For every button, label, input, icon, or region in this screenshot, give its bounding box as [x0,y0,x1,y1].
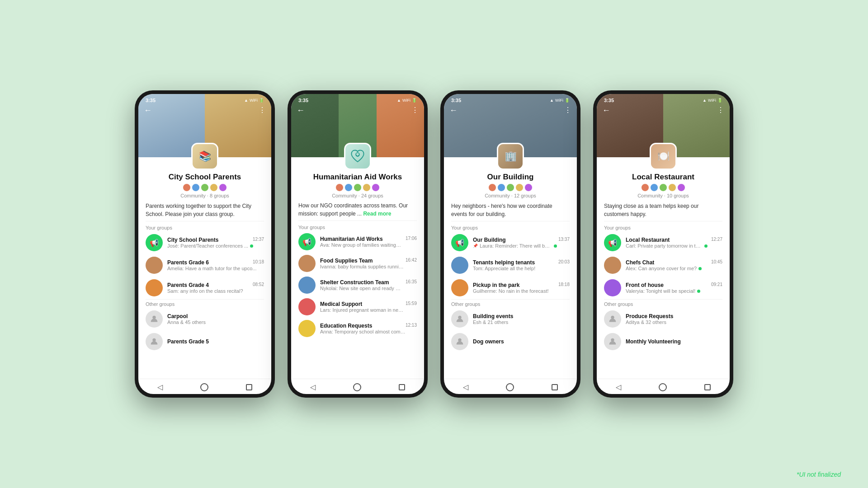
your-groups-label-restaurant: Your groups [597,223,730,231]
back-btn-restaurant[interactable]: ← [602,106,610,115]
back-btn-ngo[interactable]: ← [297,106,305,115]
chat-item[interactable]: Pickup in the park18:18 Guilherme: No ra… [444,277,577,299]
phone-inner-ngo: 3:35 ▲WiFi🔋 ← ⋮ Humanita [291,94,424,394]
chat-item[interactable]: Tenants helping tenants20:03 Tom: Apprec… [444,254,577,277]
chat-item[interactable]: 📢 Our Building13:37 📌 Laura: Reminder: T… [444,231,577,254]
chat-item[interactable]: Education Requests12:13 Anna: Temporary … [291,318,424,339]
other-groups-label-building: Other groups [444,300,577,308]
nav-home-building[interactable] [506,383,514,391]
your-groups-label-school: Your groups [138,223,271,231]
more-btn-restaurant[interactable]: ⋮ [717,106,724,114]
group-title-building: Our Building [444,173,577,182]
nav-back-restaurant[interactable]: ◁ [616,383,621,391]
phone-building: 3:35 ▲WiFi🔋 ← ⋮ 🏢 Our Building [440,90,580,398]
community-label-building: Community · 12 groups [444,193,577,198]
other-group-item[interactable]: Produce RequestsAditya & 32 others [597,308,730,330]
description-building: Hey neighbors - here's how we coordinate… [444,201,577,221]
svg-point-4 [458,338,461,342]
svg-point-6 [611,338,614,342]
chat-item[interactable]: Shelter Construction Team16:35 Nykolai: … [291,274,424,296]
other-group-item[interactable]: Monthly Volunteering [597,330,730,353]
svg-point-3 [458,316,461,319]
page-background: 3:35 ▲ WiFi 🔋 ← ⋮ 📚 City School Parents [0,0,868,488]
other-group-item[interactable]: Dog owners [444,330,577,353]
description-ngo: How our NGO coordinates across teams. Ou… [291,201,424,221]
more-btn-building[interactable]: ⋮ [564,106,571,114]
nav-home-ngo[interactable] [353,383,361,391]
back-btn-school[interactable]: ← [144,106,152,115]
community-label-restaurant: Community · 10 groups [597,193,730,198]
status-time-school: 3:35 [146,98,156,103]
nav-apps-school[interactable] [246,384,252,390]
chat-item[interactable]: Food Supplies Team16:42 Ivanna: baby for… [291,253,424,274]
your-groups-label-ngo: Your groups [291,223,424,231]
status-time-building: 3:35 [451,98,461,103]
status-time-restaurant: 3:35 [604,98,614,103]
chat-item[interactable]: 📢 Local Restaurant12:27 Carl: Private pa… [597,231,730,254]
chat-item[interactable]: 📢 Humanitarian Aid Works17:06 Ava: New g… [291,231,424,253]
phone-school: 3:35 ▲ WiFi 🔋 ← ⋮ 📚 City School Parents [135,90,275,398]
other-groups-label-school: Other groups [138,300,271,308]
back-btn-building[interactable]: ← [449,106,458,115]
chat-item[interactable]: Chefs Chat10:45 Alex: Can anyone cover f… [597,254,730,277]
nav-back-building[interactable]: ◁ [463,383,468,391]
more-btn-ngo[interactable]: ⋮ [411,106,419,114]
chat-item[interactable]: Front of house09:21 Valeryia: Tonight wi… [597,277,730,299]
nav-apps-ngo[interactable] [399,384,405,390]
phones-container: 3:35 ▲ WiFi 🔋 ← ⋮ 📚 City School Parents [135,90,733,398]
nav-home-restaurant[interactable] [659,383,667,391]
group-title-restaurant: Local Restaurant [597,173,730,182]
phone-restaurant: 3:35 ▲WiFi🔋 ← ⋮ 🍽️ Local Restaurant [593,90,733,398]
description-school: Parents working together to support the … [138,201,271,221]
chat-item[interactable]: Parents Grade 408:52 Sam: any info on th… [138,277,271,299]
svg-point-5 [611,316,614,319]
svg-point-1 [152,338,156,342]
more-btn-school[interactable]: ⋮ [259,106,266,114]
read-more-btn[interactable]: Read more [363,211,391,217]
community-label-school: Community · 8 groups [138,193,271,198]
nav-back-school[interactable]: ◁ [157,383,163,391]
your-groups-label-building: Your groups [444,223,577,231]
community-label-ngo: Community · 24 groups [291,193,424,198]
chat-item[interactable]: Parents Grade 610:18 Amelia: Have a math… [138,254,271,277]
chat-item[interactable]: Medical Support15:59 Lars: Injured pregn… [291,296,424,318]
disclaimer: *UI not finalized [797,471,841,478]
nav-apps-building[interactable] [552,384,558,390]
other-group-item[interactable]: Parents Grade 5 [138,330,271,353]
phone-inner-school: 3:35 ▲ WiFi 🔋 ← ⋮ 📚 City School Parents [138,94,271,394]
chat-item[interactable]: 📢 City School Parents12:37 José: Parent/… [138,231,271,254]
group-title-ngo: Humanitarian Aid Works [291,173,424,182]
other-group-item[interactable]: Building eventsEsh & 21 others [444,308,577,330]
other-group-item[interactable]: CarpoolAnna & 45 others [138,308,271,330]
phone-inner-building: 3:35 ▲WiFi🔋 ← ⋮ 🏢 Our Building [444,94,577,394]
status-time-ngo: 3:35 [298,98,308,103]
phone-inner-restaurant: 3:35 ▲WiFi🔋 ← ⋮ 🍽️ Local Restaurant [597,94,730,394]
nav-back-ngo[interactable]: ◁ [310,383,316,391]
phone-ngo: 3:35 ▲WiFi🔋 ← ⋮ Humanita [288,90,428,398]
other-groups-label-restaurant: Other groups [597,300,730,308]
description-restaurant: Staying close as a team helps keep our c… [597,201,730,221]
nav-home-school[interactable] [200,383,208,391]
group-title-school: City School Parents [138,173,271,182]
svg-point-0 [152,316,156,319]
nav-apps-restaurant[interactable] [704,384,711,390]
svg-point-2 [356,153,359,156]
